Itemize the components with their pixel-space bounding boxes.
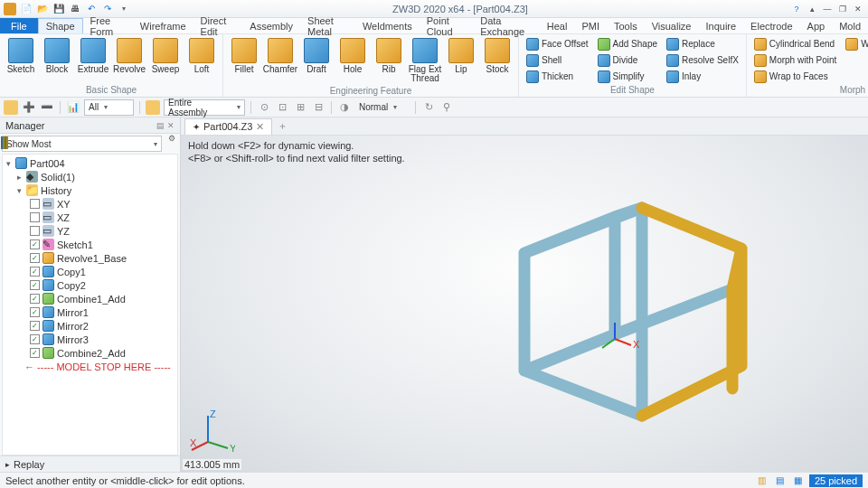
assembly-scope-combo[interactable]: Entire Assembly [164, 99, 245, 116]
assembly-icon[interactable] [146, 100, 160, 115]
tab-assembly[interactable]: Assembly [242, 18, 300, 33]
sketch-button[interactable]: Sketch [4, 36, 38, 76]
remove-filter-icon[interactable]: ➖ [40, 100, 54, 115]
tab-weldments[interactable]: Weldments [355, 18, 420, 33]
refresh-icon[interactable]: ↻ [421, 100, 436, 115]
print-icon[interactable]: 🖶 [69, 3, 81, 15]
tree-combine2[interactable]: ✓Combine2_Add [3, 346, 177, 360]
snap-icon[interactable]: ⊙ [257, 100, 271, 115]
feature-tree[interactable]: ▾Part004 ▸◆Solid(1) ▾📁History ▭XY ▭XZ ▭Y… [2, 154, 178, 455]
tab-file[interactable]: File [0, 18, 38, 33]
tab-heal[interactable]: Heal [540, 18, 575, 33]
model-3d[interactable]: X [452, 163, 796, 461]
tree-history[interactable]: ▾📁History [3, 183, 177, 197]
doc-tab-active[interactable]: ✦ Part004.Z3 ✕ [184, 118, 272, 135]
minimize-icon[interactable]: — [821, 4, 834, 14]
tab-visualize[interactable]: Visualize [645, 18, 699, 33]
tab-pointcloud[interactable]: Point Cloud [420, 18, 473, 33]
link-icon[interactable]: ⚲ [439, 100, 454, 115]
face-offset-button[interactable]: Face Offset [524, 36, 590, 52]
loft-button[interactable]: Loft [184, 36, 219, 76]
cylindrical-bend-button[interactable]: Cylindrical Bend [752, 36, 838, 52]
help-icon[interactable]: ? [790, 4, 803, 14]
redo-icon[interactable]: ↷ [101, 3, 114, 15]
snap4-icon[interactable]: ⊟ [311, 100, 326, 115]
tree-copy1[interactable]: ✓Copy1 [3, 265, 177, 278]
view-triad[interactable]: Y X Z [190, 410, 235, 455]
shade-mode-combo[interactable]: Normal [355, 99, 410, 116]
snap3-icon[interactable]: ⊞ [293, 100, 307, 115]
status-view3-icon[interactable]: ▦ [791, 474, 806, 487]
undo-icon[interactable]: ↶ [85, 3, 98, 15]
morph-with-point-button[interactable]: Morph with Point [752, 52, 838, 68]
tab-wireframe[interactable]: Wireframe [133, 18, 193, 33]
thicken-button[interactable]: Thicken [524, 69, 590, 84]
qat-more-icon[interactable]: ▾ [118, 3, 130, 15]
tree-revolve1[interactable]: ✓Revolve1_Base [3, 251, 177, 265]
tree-plane-xy[interactable]: ▭XY [3, 197, 177, 211]
add-shape-button[interactable]: Add Shape [596, 36, 660, 52]
draft-button[interactable]: Draft [299, 36, 334, 76]
tree-model-stop[interactable]: ← ----- MODEL STOP HERE ----- [3, 360, 177, 373]
tree-plane-yz[interactable]: ▭YZ [3, 224, 177, 238]
status-view2-icon[interactable]: ▤ [773, 474, 788, 487]
ribbon-min-icon[interactable]: ▴ [806, 4, 818, 14]
flag-ext-thread-button[interactable]: Flag Ext Thread [408, 36, 442, 85]
tab-dataexchange[interactable]: Data Exchange [473, 18, 540, 33]
wrap-to-faces-button[interactable]: Wrap to Faces [752, 69, 838, 84]
fillet-button[interactable]: Fillet [227, 36, 261, 76]
revolve-button[interactable]: Revolve [112, 36, 146, 76]
rib-button[interactable]: Rib [372, 36, 406, 76]
simplify-button[interactable]: Simplify [596, 69, 660, 84]
doc-tab-add[interactable]: ＋ [272, 117, 293, 135]
filter-icon[interactable] [4, 100, 18, 115]
close-icon[interactable]: ✕ [852, 4, 864, 14]
tree-combine1[interactable]: ✓Combine1_Add [3, 292, 177, 305]
tree-sketch1[interactable]: ✓✎Sketch1 [3, 238, 177, 251]
filter-all-combo[interactable]: All [84, 99, 134, 116]
replace-button[interactable]: Replace [665, 36, 741, 52]
stock-button[interactable]: Stock [480, 36, 514, 76]
block-button[interactable]: Block [40, 36, 74, 76]
tab-mold[interactable]: Mold [832, 18, 868, 33]
tree-solid[interactable]: ▸◆Solid(1) [3, 170, 177, 183]
tree-mirror1[interactable]: ✓Mirror1 [3, 305, 177, 319]
manager-opts-icon[interactable]: ⚙ [164, 134, 180, 154]
tree-copy2[interactable]: ✓Copy2 [3, 278, 177, 292]
show-most-combo[interactable]: Show Most [2, 136, 162, 152]
tab-pmi[interactable]: PMI [574, 18, 607, 33]
maximize-icon[interactable]: ❐ [836, 4, 849, 14]
tab-directedit[interactable]: Direct Edit [193, 18, 243, 33]
status-view1-icon[interactable]: ▥ [755, 474, 769, 487]
leftcol-icon-5[interactable] [6, 136, 8, 149]
extrude-button[interactable]: Extrude [76, 36, 110, 76]
tab-app[interactable]: App [800, 18, 833, 33]
tree-plane-xz[interactable]: ▭XZ [3, 211, 177, 224]
tab-sheetmetal[interactable]: Sheet Metal [300, 18, 355, 33]
chamfer-button[interactable]: Chamfer [263, 36, 297, 76]
tab-freeform[interactable]: Free Form [83, 18, 133, 33]
viewport-3d[interactable]: Hold down <F2> for dynamic viewing.<F8> … [181, 136, 868, 472]
tree-mirror2[interactable]: ✓Mirror2 [3, 319, 177, 333]
inlay-button[interactable]: Inlay [665, 69, 741, 84]
tab-tools[interactable]: Tools [607, 18, 645, 33]
shell-button[interactable]: Shell [524, 52, 590, 68]
doc-tab-close-icon[interactable]: ✕ [256, 121, 264, 133]
new-icon[interactable]: 📄 [20, 3, 33, 15]
normal-icon[interactable]: ◑ [337, 100, 352, 115]
tree-mirror3[interactable]: ✓Mirror3 [3, 333, 177, 346]
wrap-pattern-to-faces-button[interactable]: Wrap Pattern to Faces [844, 36, 868, 52]
tab-inquire[interactable]: Inquire [698, 18, 743, 33]
manager-close-icon[interactable]: ▤ ✕ [156, 121, 175, 130]
tree-part[interactable]: ▾Part004 [3, 156, 177, 170]
snap2-icon[interactable]: ⊡ [275, 100, 289, 115]
tab-shape[interactable]: Shape [38, 18, 83, 33]
sweep-button[interactable]: Sweep [148, 36, 183, 76]
replay-bar[interactable]: Replay [0, 455, 180, 472]
save-icon[interactable]: 💾 [52, 3, 65, 15]
resolve-selfx-button[interactable]: Resolve SelfX [665, 52, 741, 68]
add-filter-icon[interactable]: ➕ [22, 100, 36, 115]
chart-icon[interactable]: 📊 [66, 100, 80, 115]
hole-button[interactable]: Hole [335, 36, 370, 76]
open-icon[interactable]: 📂 [36, 3, 49, 15]
